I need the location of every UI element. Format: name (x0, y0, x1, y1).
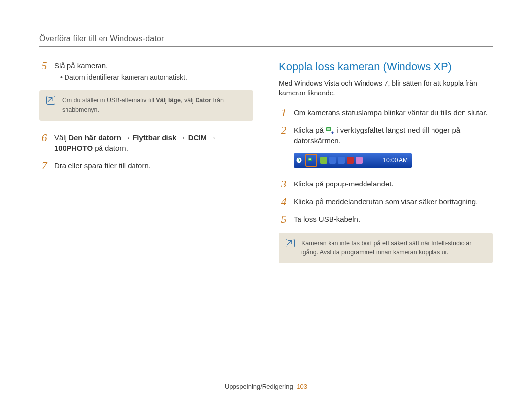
tray-icon (320, 157, 327, 164)
step-body: Ta loss USB-kabeln. (294, 214, 493, 225)
content-columns: 5 Slå på kameran. Datorn identifierar ka… (39, 61, 493, 275)
step-number: 5 (279, 214, 289, 225)
tray-icon (338, 157, 345, 164)
note-icon (286, 239, 295, 247)
right-column: Koppla loss kameran (Windows XP) Med Win… (279, 61, 493, 275)
tray-icon (356, 157, 363, 164)
taskbar-image: 10:00 AM (294, 153, 412, 168)
safely-remove-highlight (305, 154, 317, 167)
note-box: Om du ställer in USB-alternativ till Väl… (39, 90, 253, 121)
tray-icon (329, 157, 336, 164)
step-body: Om kamerans statuslampa blinkar väntar d… (294, 107, 493, 118)
step-body: Klicka på i verktygsfältet längst ned ti… (294, 125, 493, 147)
note-text: Om du ställer in USB-alternativ till Väl… (62, 97, 224, 113)
tray-icon (347, 157, 354, 164)
step-5-right: 5 Ta loss USB-kabeln. (279, 214, 493, 225)
footer-section: Uppspelning/Redigering (225, 383, 293, 390)
step-3: 3 Klicka på popup-meddelandet. (279, 179, 493, 189)
step-number: 2 (279, 125, 289, 147)
step-7: 7 Dra eller spara filer till datorn. (39, 160, 253, 171)
svg-rect-2 (332, 133, 333, 134)
step-body: Slå på kameran. Datorn identifierar kame… (54, 61, 253, 82)
step-body: Dra eller spara filer till datorn. (54, 160, 253, 171)
taskbar-expand-icon (294, 153, 304, 168)
step-2: 2 Klicka på i verktygsfältet längst ned … (279, 125, 493, 147)
step-body: Klicka på popup-meddelandet. (294, 179, 493, 189)
step-bullet: Datorn identifierar kameran automatiskt. (60, 72, 253, 82)
page-number: 103 (297, 383, 307, 390)
step-6: 6 Välj Den här datorn → Flyttbar disk → … (39, 132, 253, 154)
svg-rect-5 (309, 159, 311, 161)
note-icon (46, 96, 55, 105)
taskbar-tray (304, 154, 363, 167)
step-number: 5 (39, 61, 49, 82)
note-box: Kameran kan inte tas bort på ett säkert … (279, 233, 493, 263)
step-number: 3 (279, 179, 289, 189)
safely-remove-icon (326, 126, 334, 135)
taskbar-clock: 10:00 AM (383, 157, 412, 164)
step-4: 4 Klicka på meddelanderutan som visar sä… (279, 196, 493, 207)
manual-page: Överföra filer till en Windows-dator 5 S… (0, 0, 532, 401)
step-1: 1 Om kamerans statuslampa blinkar väntar… (279, 107, 493, 118)
step-number: 7 (39, 160, 49, 171)
page-title: Överföra filer till en Windows-dator (39, 34, 493, 47)
page-footer: Uppspelning/Redigering 103 (0, 383, 532, 390)
left-column: 5 Slå på kameran. Datorn identifierar ka… (39, 61, 253, 275)
step-body: Välj Den här datorn → Flyttbar disk → DC… (54, 132, 253, 154)
section-intro: Med Windows Vista och Windows 7, blir sä… (279, 78, 493, 98)
step-number: 1 (279, 107, 289, 118)
step-number: 6 (39, 132, 49, 154)
svg-rect-1 (327, 128, 330, 130)
note-text: Kameran kan inte tas bort på ett säkert … (301, 240, 471, 256)
step-body: Klicka på meddelanderutan som visar säke… (294, 196, 493, 207)
step-5: 5 Slå på kameran. Datorn identifierar ka… (39, 61, 253, 82)
step-number: 4 (279, 196, 289, 207)
step-title: Slå på kameran. (54, 62, 108, 70)
section-heading: Koppla loss kameran (Windows XP) (279, 61, 493, 73)
